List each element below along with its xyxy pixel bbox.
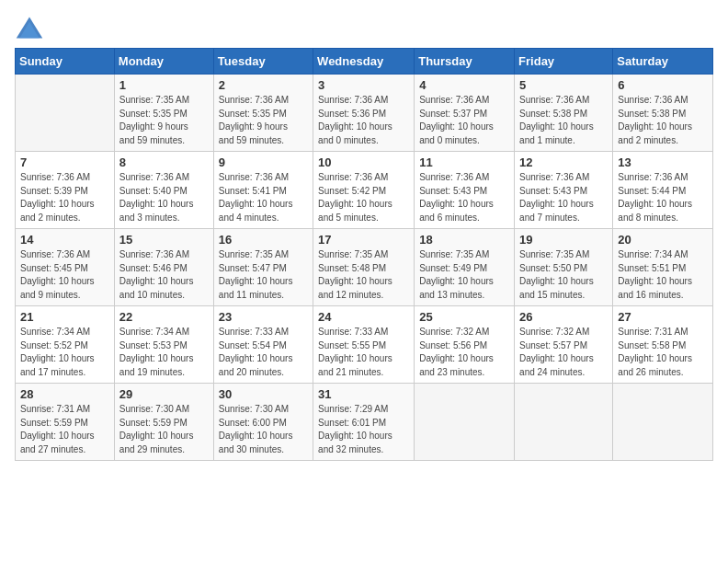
day-cell: 5Sunrise: 7:36 AM Sunset: 5:38 PM Daylig… <box>515 75 613 152</box>
day-cell: 28Sunrise: 7:31 AM Sunset: 5:59 PM Dayli… <box>16 384 115 461</box>
day-info: Sunrise: 7:33 AM Sunset: 5:54 PM Dayligh… <box>219 326 308 379</box>
header-tuesday: Tuesday <box>213 49 313 75</box>
day-number: 17 <box>318 233 409 247</box>
day-number: 20 <box>618 233 708 247</box>
day-cell: 30Sunrise: 7:30 AM Sunset: 6:00 PM Dayli… <box>213 384 313 461</box>
day-cell: 31Sunrise: 7:29 AM Sunset: 6:01 PM Dayli… <box>313 384 415 461</box>
day-cell: 24Sunrise: 7:33 AM Sunset: 5:55 PM Dayli… <box>313 306 415 384</box>
day-info: Sunrise: 7:31 AM Sunset: 5:58 PM Dayligh… <box>618 326 708 379</box>
day-number: 26 <box>519 310 608 324</box>
day-cell: 29Sunrise: 7:30 AM Sunset: 5:59 PM Dayli… <box>114 384 213 461</box>
day-number: 22 <box>119 310 209 324</box>
day-info: Sunrise: 7:33 AM Sunset: 5:55 PM Dayligh… <box>318 326 409 379</box>
day-cell: 9Sunrise: 7:36 AM Sunset: 5:41 PM Daylig… <box>213 152 313 229</box>
day-cell: 25Sunrise: 7:32 AM Sunset: 5:56 PM Dayli… <box>415 306 515 384</box>
header-sunday: Sunday <box>16 49 115 75</box>
day-info: Sunrise: 7:32 AM Sunset: 5:57 PM Dayligh… <box>519 326 608 379</box>
day-cell <box>16 75 115 152</box>
day-number: 7 <box>20 155 109 169</box>
day-cell: 13Sunrise: 7:36 AM Sunset: 5:44 PM Dayli… <box>613 152 713 229</box>
day-number: 5 <box>519 78 608 92</box>
day-info: Sunrise: 7:35 AM Sunset: 5:49 PM Dayligh… <box>419 248 509 302</box>
week-row-2: 7Sunrise: 7:36 AM Sunset: 5:39 PM Daylig… <box>16 152 713 229</box>
day-number: 3 <box>318 78 409 92</box>
day-cell: 23Sunrise: 7:33 AM Sunset: 5:54 PM Dayli… <box>213 306 313 384</box>
day-number: 25 <box>419 310 509 324</box>
day-info: Sunrise: 7:36 AM Sunset: 5:38 PM Dayligh… <box>519 94 608 147</box>
day-info: Sunrise: 7:36 AM Sunset: 5:43 PM Dayligh… <box>519 171 608 224</box>
logo-icon <box>15 15 44 40</box>
day-info: Sunrise: 7:36 AM Sunset: 5:35 PM Dayligh… <box>219 94 308 147</box>
day-info: Sunrise: 7:35 AM Sunset: 5:48 PM Dayligh… <box>318 248 409 302</box>
week-row-3: 14Sunrise: 7:36 AM Sunset: 5:45 PM Dayli… <box>16 229 713 306</box>
day-cell: 20Sunrise: 7:34 AM Sunset: 5:51 PM Dayli… <box>613 229 713 306</box>
day-cell: 16Sunrise: 7:35 AM Sunset: 5:47 PM Dayli… <box>213 229 313 306</box>
header-thursday: Thursday <box>415 49 515 75</box>
day-number: 13 <box>618 155 708 169</box>
day-number: 18 <box>419 233 509 247</box>
day-number: 29 <box>119 387 209 401</box>
day-cell: 15Sunrise: 7:36 AM Sunset: 5:46 PM Dayli… <box>114 229 213 306</box>
day-number: 15 <box>119 233 209 247</box>
header-wednesday: Wednesday <box>313 49 415 75</box>
calendar-table: SundayMondayTuesdayWednesdayThursdayFrid… <box>15 48 713 461</box>
header-monday: Monday <box>114 49 213 75</box>
day-info: Sunrise: 7:36 AM Sunset: 5:42 PM Dayligh… <box>318 171 409 224</box>
day-cell: 3Sunrise: 7:36 AM Sunset: 5:36 PM Daylig… <box>313 75 415 152</box>
day-info: Sunrise: 7:36 AM Sunset: 5:41 PM Dayligh… <box>219 171 308 224</box>
day-cell: 14Sunrise: 7:36 AM Sunset: 5:45 PM Dayli… <box>16 229 115 306</box>
day-cell: 17Sunrise: 7:35 AM Sunset: 5:48 PM Dayli… <box>313 229 415 306</box>
day-info: Sunrise: 7:36 AM Sunset: 5:36 PM Dayligh… <box>318 94 409 147</box>
day-cell: 8Sunrise: 7:36 AM Sunset: 5:40 PM Daylig… <box>114 152 213 229</box>
day-number: 10 <box>318 155 409 169</box>
day-cell: 7Sunrise: 7:36 AM Sunset: 5:39 PM Daylig… <box>16 152 115 229</box>
day-info: Sunrise: 7:35 AM Sunset: 5:50 PM Dayligh… <box>519 248 608 302</box>
day-info: Sunrise: 7:34 AM Sunset: 5:52 PM Dayligh… <box>20 326 109 379</box>
day-info: Sunrise: 7:32 AM Sunset: 5:56 PM Dayligh… <box>419 326 509 379</box>
day-number: 11 <box>419 155 509 169</box>
day-cell: 11Sunrise: 7:36 AM Sunset: 5:43 PM Dayli… <box>415 152 515 229</box>
day-info: Sunrise: 7:36 AM Sunset: 5:37 PM Dayligh… <box>419 94 509 147</box>
day-cell: 12Sunrise: 7:36 AM Sunset: 5:43 PM Dayli… <box>515 152 613 229</box>
day-info: Sunrise: 7:36 AM Sunset: 5:44 PM Dayligh… <box>618 171 708 224</box>
day-info: Sunrise: 7:35 AM Sunset: 5:35 PM Dayligh… <box>119 94 209 147</box>
week-row-5: 28Sunrise: 7:31 AM Sunset: 5:59 PM Dayli… <box>16 384 713 461</box>
day-info: Sunrise: 7:36 AM Sunset: 5:43 PM Dayligh… <box>419 171 509 224</box>
day-number: 2 <box>219 78 308 92</box>
logo <box>15 15 48 40</box>
week-row-1: 1Sunrise: 7:35 AM Sunset: 5:35 PM Daylig… <box>16 75 713 152</box>
day-number: 30 <box>219 387 308 401</box>
day-number: 23 <box>219 310 308 324</box>
day-info: Sunrise: 7:36 AM Sunset: 5:45 PM Dayligh… <box>20 248 109 302</box>
day-cell: 21Sunrise: 7:34 AM Sunset: 5:52 PM Dayli… <box>16 306 115 384</box>
day-number: 6 <box>618 78 708 92</box>
day-info: Sunrise: 7:36 AM Sunset: 5:46 PM Dayligh… <box>119 248 209 302</box>
day-number: 24 <box>318 310 409 324</box>
day-info: Sunrise: 7:30 AM Sunset: 6:00 PM Dayligh… <box>219 403 308 456</box>
day-number: 21 <box>20 310 109 324</box>
header-saturday: Saturday <box>613 49 713 75</box>
day-info: Sunrise: 7:36 AM Sunset: 5:38 PM Dayligh… <box>618 94 708 147</box>
day-cell: 1Sunrise: 7:35 AM Sunset: 5:35 PM Daylig… <box>114 75 213 152</box>
week-row-4: 21Sunrise: 7:34 AM Sunset: 5:52 PM Dayli… <box>16 306 713 384</box>
header-friday: Friday <box>515 49 613 75</box>
day-number: 4 <box>419 78 509 92</box>
day-number: 28 <box>20 387 109 401</box>
day-number: 8 <box>119 155 209 169</box>
day-cell <box>613 384 713 461</box>
day-cell: 26Sunrise: 7:32 AM Sunset: 5:57 PM Dayli… <box>515 306 613 384</box>
day-number: 31 <box>318 387 409 401</box>
day-number: 14 <box>20 233 109 247</box>
day-cell <box>515 384 613 461</box>
day-info: Sunrise: 7:36 AM Sunset: 5:40 PM Dayligh… <box>119 171 209 224</box>
day-info: Sunrise: 7:29 AM Sunset: 6:01 PM Dayligh… <box>318 403 409 456</box>
day-number: 27 <box>618 310 708 324</box>
day-info: Sunrise: 7:35 AM Sunset: 5:47 PM Dayligh… <box>219 248 308 302</box>
day-number: 19 <box>519 233 608 247</box>
day-number: 9 <box>219 155 308 169</box>
day-cell: 19Sunrise: 7:35 AM Sunset: 5:50 PM Dayli… <box>515 229 613 306</box>
page-header <box>15 15 713 40</box>
day-cell: 27Sunrise: 7:31 AM Sunset: 5:58 PM Dayli… <box>613 306 713 384</box>
day-number: 16 <box>219 233 308 247</box>
day-info: Sunrise: 7:31 AM Sunset: 5:59 PM Dayligh… <box>20 403 109 456</box>
